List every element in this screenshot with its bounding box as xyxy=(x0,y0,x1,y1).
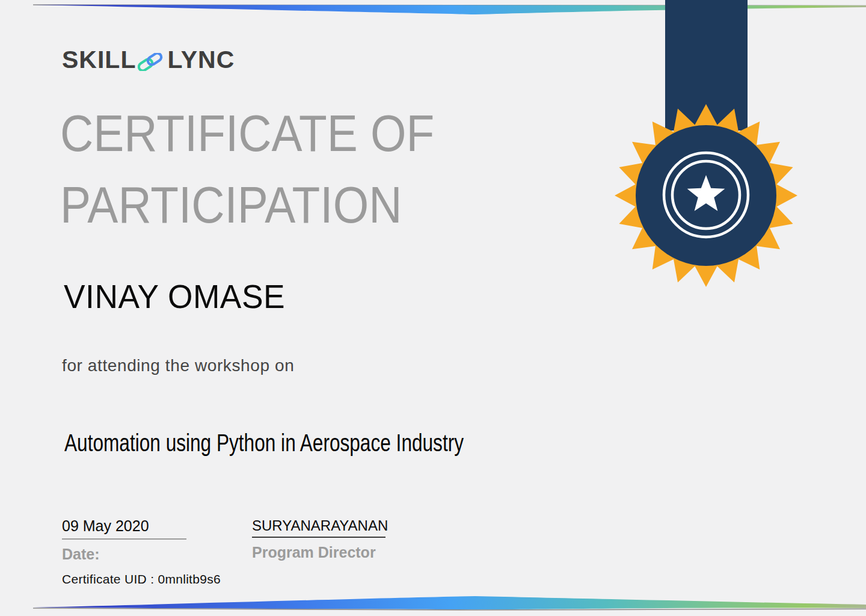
certificate-uid: Certificate UID : 0mnlitb9s6 xyxy=(62,572,221,587)
signatory-block: SURYANARAYANAN Program Director xyxy=(252,517,388,561)
date-block: 09 May 2020 Date: xyxy=(62,517,186,563)
recipient-name: VINAY OMASE xyxy=(64,277,285,316)
certificate-title: CERTIFICATE OF PARTICIPATION xyxy=(60,97,434,241)
date-underline xyxy=(62,538,186,540)
signatory-name: SURYANARAYANAN xyxy=(252,517,388,534)
brand-name-right: LYNC xyxy=(167,46,235,74)
certificate-canvas: SKILL LYNC CERTIFICATE OF PARTICIPATION … xyxy=(0,0,866,616)
brand-name-left: SKILL xyxy=(62,46,136,74)
award-medal-ribbon-icon xyxy=(601,0,812,301)
date-label: Date: xyxy=(62,546,186,563)
signatory-title: Program Director xyxy=(252,544,388,561)
certificate-title-line2: PARTICIPATION xyxy=(60,169,434,241)
date-value: 09 May 2020 xyxy=(62,517,186,535)
chain-link-icon xyxy=(138,53,165,71)
subtitle-text: for attending the workshop on xyxy=(62,356,294,375)
brand-logo: SKILL LYNC xyxy=(62,46,235,74)
certificate-title-line1: CERTIFICATE OF xyxy=(60,97,434,169)
course-title: Automation using Python in Aerospace Ind… xyxy=(64,430,464,457)
signatory-underline xyxy=(252,537,385,538)
bottom-gradient-band xyxy=(0,592,866,616)
